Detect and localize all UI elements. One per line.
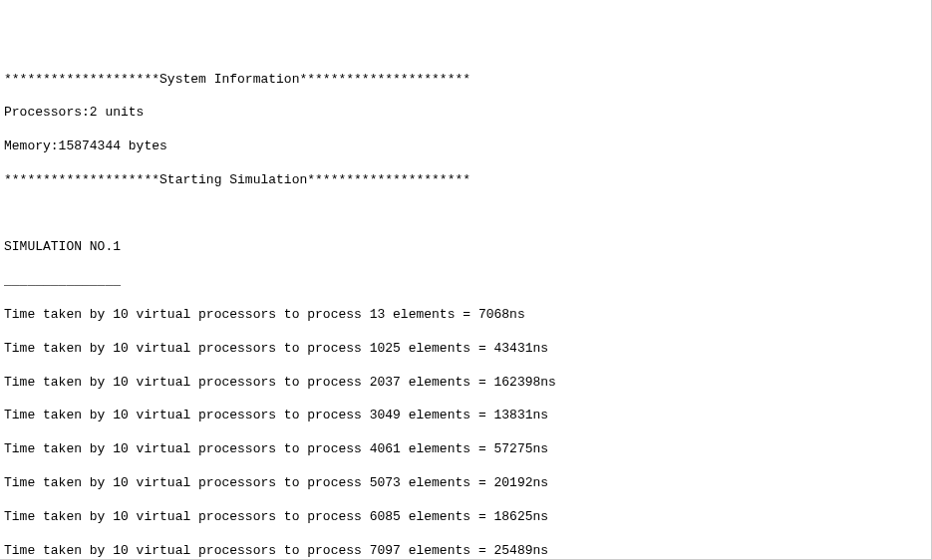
blank-line xyxy=(4,206,927,223)
result-row: Time taken by 10 virtual processors to p… xyxy=(4,509,927,526)
starting-simulation-header: ********************Starting Simulation*… xyxy=(4,172,927,189)
result-row: Time taken by 10 virtual processors to p… xyxy=(4,375,927,392)
simulation-underline: _______________ xyxy=(4,273,927,290)
result-row: Time taken by 10 virtual processors to p… xyxy=(4,543,927,560)
system-info-header: ********************System Information**… xyxy=(4,72,927,89)
result-row: Time taken by 10 virtual processors to p… xyxy=(4,341,927,358)
result-row: Time taken by 10 virtual processors to p… xyxy=(4,408,927,424)
simulation-title: SIMULATION NO.1 xyxy=(4,239,927,256)
result-row: Time taken by 10 virtual processors to p… xyxy=(4,475,927,492)
result-row: Time taken by 10 virtual processors to p… xyxy=(4,441,927,458)
memory-info: Memory:15874344 bytes xyxy=(4,139,927,155)
processors-info: Processors:2 units xyxy=(4,105,927,122)
result-row: Time taken by 10 virtual processors to p… xyxy=(4,307,927,324)
